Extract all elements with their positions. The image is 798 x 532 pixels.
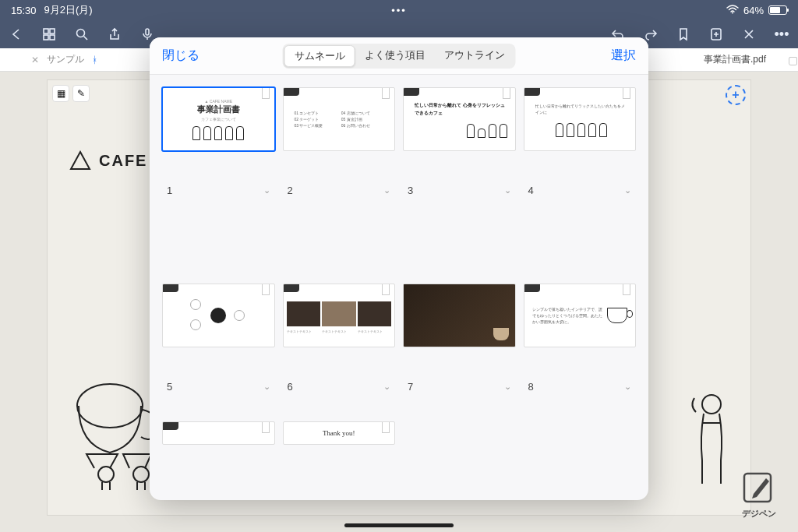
pen-tool-icon[interactable]: ✎ bbox=[72, 85, 90, 102]
panel-header: 閉じる サムネール よく使う項目 アウトライン 選択 bbox=[150, 37, 648, 75]
svg-point-11 bbox=[702, 395, 721, 414]
watermark-label: デジペン bbox=[742, 508, 776, 520]
svg-rect-2 bbox=[50, 29, 55, 33]
tab-label: 事業計画書.pdf bbox=[704, 54, 766, 65]
slide-title: 事業計画書 bbox=[192, 104, 244, 115]
library-icon[interactable] bbox=[41, 26, 58, 43]
slide-thumbnail-9[interactable] bbox=[162, 421, 275, 445]
page-label-6[interactable]: 6⌄ bbox=[283, 367, 396, 414]
page-label-8[interactable]: 8⌄ bbox=[524, 367, 637, 414]
thumbnail-grid[interactable]: ▲ CAFE NAME 事業計画書 カフェ事業について 01 コンセプト04 店… bbox=[150, 75, 648, 500]
chevron-down-icon: ⌄ bbox=[624, 382, 631, 392]
bookmark-icon[interactable] bbox=[675, 26, 692, 43]
home-indicator[interactable] bbox=[344, 523, 454, 527]
watermark: デジペン bbox=[728, 462, 790, 524]
chevron-down-icon: ⌄ bbox=[504, 382, 511, 392]
chevron-down-icon: ⌄ bbox=[383, 185, 390, 196]
slide-thumbnail-4[interactable]: 忙しい日常から離れてリラックスしたい方たちをメインに bbox=[524, 87, 637, 151]
view-segmented-control: サムネール よく使う項目 アウトライン bbox=[283, 44, 516, 69]
status-date: 9月2日(月) bbox=[44, 3, 93, 17]
segment-thumbnail[interactable]: サムネール bbox=[284, 45, 355, 67]
tab-sample[interactable]: ✕ サンプル ᚼ bbox=[0, 53, 129, 66]
close-tab-icon[interactable]: ✕ bbox=[31, 55, 39, 65]
battery-percentage: 64% bbox=[743, 5, 764, 16]
svg-rect-1 bbox=[44, 29, 48, 33]
close-icon[interactable] bbox=[740, 26, 757, 43]
tab-overflow-icon[interactable]: ▢ bbox=[788, 54, 798, 66]
wifi-icon bbox=[726, 4, 739, 16]
drop-zone[interactable] bbox=[403, 421, 516, 476]
chevron-down-icon: ⌄ bbox=[263, 382, 270, 392]
tab-document[interactable]: 事業計画書.pdf bbox=[688, 53, 782, 66]
slide-thumbnail-10[interactable]: Thank you! bbox=[283, 421, 396, 445]
chevron-down-icon: ⌄ bbox=[504, 185, 511, 196]
svg-rect-12 bbox=[744, 474, 771, 502]
page-label-4[interactable]: 4⌄ bbox=[524, 171, 637, 217]
share-icon[interactable] bbox=[106, 26, 123, 43]
svg-point-10 bbox=[133, 467, 149, 482]
slide-subtitle: カフェ事業について bbox=[192, 117, 244, 122]
bookmark-ribbon-icon bbox=[262, 88, 270, 99]
svg-rect-6 bbox=[146, 29, 149, 35]
page-label-1[interactable]: 1⌄ bbox=[162, 171, 275, 217]
slide-thumbnail-3[interactable]: 忙しい日常から離れて 心身をリフレッシュできるカフェ bbox=[403, 87, 516, 151]
svg-rect-3 bbox=[44, 35, 48, 40]
slide-thumbnail-2[interactable]: 01 コンセプト04 店舗について 02 ターゲット05 資金計画 03 サービ… bbox=[283, 87, 396, 151]
coffee-icon bbox=[607, 308, 627, 323]
close-button[interactable]: 閉じる bbox=[162, 48, 200, 64]
page-label-3[interactable]: 3⌄ bbox=[403, 171, 516, 217]
slide-thumbnail-6[interactable]: テキストテキストテキストテキストテキストテキスト bbox=[283, 284, 396, 347]
slide-logo: CAFE bbox=[69, 150, 147, 171]
slide-thumbnail-5[interactable] bbox=[162, 284, 275, 347]
search-icon[interactable] bbox=[73, 26, 90, 43]
svg-point-5 bbox=[77, 30, 85, 37]
slide-thumbnail-8[interactable]: シンプルで落ち着いたインテリアで、誰でもゆったりとくつろげる空間。あたたかい雰囲… bbox=[524, 284, 637, 347]
logo-text: CAFE bbox=[99, 152, 147, 170]
multitask-dots[interactable]: ••• bbox=[391, 5, 407, 16]
chevron-down-icon: ⌄ bbox=[624, 185, 631, 196]
bluetooth-icon: ᚼ bbox=[92, 55, 97, 65]
svg-rect-4 bbox=[50, 35, 55, 40]
add-button[interactable]: + bbox=[726, 85, 746, 105]
more-icon[interactable]: ••• bbox=[773, 26, 790, 43]
slide-toc: 01 コンセプト04 店舗について 02 ターゲット05 資金計画 03 サービ… bbox=[284, 102, 395, 136]
page-label-5[interactable]: 5⌄ bbox=[162, 367, 275, 414]
svg-point-8 bbox=[77, 384, 143, 428]
page-label-2[interactable]: 2⌄ bbox=[283, 171, 396, 217]
chevron-down-icon: ⌄ bbox=[383, 382, 390, 392]
segment-outline[interactable]: アウトライン bbox=[435, 45, 514, 67]
tab-label: サンプル bbox=[47, 53, 84, 66]
svg-point-9 bbox=[98, 467, 114, 482]
back-icon[interactable] bbox=[8, 26, 25, 43]
thumbnail-panel: 閉じる サムネール よく使う項目 アウトライン 選択 ▲ CAFE NAME 事… bbox=[150, 37, 648, 500]
svg-point-0 bbox=[732, 12, 733, 14]
chevron-down-icon: ⌄ bbox=[263, 185, 270, 196]
page-label-7[interactable]: 7⌄ bbox=[403, 367, 516, 414]
slide-thumbnail-7[interactable] bbox=[403, 284, 516, 347]
status-time: 15:30 bbox=[11, 5, 37, 16]
select-button[interactable]: 選択 bbox=[611, 48, 636, 64]
battery-icon bbox=[768, 5, 787, 15]
view-mode-icon[interactable]: ▦ bbox=[52, 85, 69, 102]
add-page-icon[interactable] bbox=[708, 26, 725, 43]
slide-thumbnail-1[interactable]: ▲ CAFE NAME 事業計画書 カフェ事業について bbox=[162, 87, 275, 151]
segment-favorites[interactable]: よく使う項目 bbox=[355, 45, 435, 67]
status-bar: 15:30 9月2日(月) ••• 64% bbox=[0, 0, 798, 20]
